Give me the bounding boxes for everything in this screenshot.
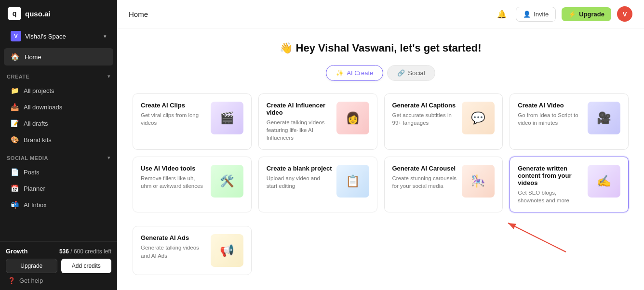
content-area: 👋 Hey Vishal Vaswani, let's get started!… [117,28,644,290]
inbox-icon: 📬 [11,201,19,209]
card-blank-project[interactable]: Create a blank project Upload any video … [258,157,377,212]
add-credits-button[interactable]: Add credits [61,259,112,273]
thumb-icon: 🎬 [211,102,243,134]
planner-icon: 📅 [11,185,19,192]
tab-ai-create[interactable]: ✨ AI Create [326,65,383,81]
tabs-row: ✨ AI Create 🔗 Social [133,65,629,81]
thumb-icon: 🎥 [588,102,620,134]
credits-total: 600 [74,248,83,255]
card-text: Generate AI Carousel Create stunning car… [392,165,462,204]
thumb-icon: 🛠️ [211,165,243,198]
card-title: Generate AI Captions [392,102,458,109]
card-desc: Create stunning carousels for your socia… [392,174,458,190]
tab-social-label: Social [408,69,425,77]
thumb-icon: ✍️ [588,165,620,198]
thumb-icon: 📋 [336,165,369,198]
user-avatar[interactable]: V [617,6,632,22]
workspace-name: Vishal's Space [25,33,66,40]
tab-social[interactable]: 🔗 Social [387,65,435,81]
page-title: Home [129,10,148,18]
card-desc: Generate talking videos featuring life-l… [267,119,333,142]
thumb-icon: 💬 [462,102,495,134]
card-thumbnail: 📢 [211,234,243,267]
card-ai-video-tools[interactable]: Use AI Video tools Remove fillers like u… [133,157,252,212]
invite-label: Invite [534,11,549,18]
thumb-icon: 📢 [211,234,243,267]
sidebar-get-help[interactable]: ❓ Get help [6,273,111,284]
logo-text: quso.ai [25,10,51,18]
topbar: Home 🔔 👤 Invite ⚡ Upgrade V [117,0,644,28]
download-icon: 📥 [11,103,19,111]
card-create-ai-video[interactable]: Create AI Video Go from Idea to Script t… [510,93,629,150]
social-section-chevron[interactable]: ▾ [107,155,110,161]
topbar-right: 🔔 👤 Invite ⚡ Upgrade V [494,6,632,22]
card-thumbnail: 🎠 [462,165,495,198]
chevron-down-icon: ▾ [104,33,107,40]
sidebar-item-home[interactable]: 🏠 Home [4,48,113,66]
sidebar-item-label: Planner [24,185,45,192]
card-generate-written-content[interactable]: Generate written content from your video… [510,157,629,212]
folder-icon: 📁 [11,87,19,94]
sidebar-bottom: Growth 536 / 600 credits left Upgrade Ad… [0,241,117,290]
card-title: Generate written content from your video… [518,165,584,186]
sidebar-item-brand-kits[interactable]: 🎨 Brand kits [4,132,113,147]
sidebar-item-label: AI Inbox [24,201,47,209]
card-desc: Generate talking videos and AI Ads [141,244,207,259]
card-desc: Get SEO blogs, shownotes and more [518,189,584,204]
card-thumbnail: 👩 [336,102,369,134]
invite-icon: 👤 [523,11,531,18]
page-greeting: 👋 Hey Vishal Vaswani, let's get started! [133,42,629,54]
card-text: Generate written content from your video… [518,165,588,204]
sidebar-item-label: All projects [24,87,54,94]
card-desc: Remove fillers like uh, uhm or awkward s… [141,174,207,190]
credits-count: 536 / 600 credits left [59,248,111,255]
card-text: Create a blank project Upload any video … [267,165,336,204]
sidebar-item-label: All downloads [24,104,62,111]
notification-button[interactable]: 🔔 [494,6,510,22]
posts-icon: 📄 [11,168,19,176]
sidebar-item-posts[interactable]: 📄 Posts [4,164,113,180]
card-text: Create AI Video Go from Idea to Script t… [518,102,588,142]
invite-button[interactable]: 👤 Invite [516,7,556,22]
card-text: Use AI Video tools Remove fillers like u… [141,165,211,204]
topbar-upgrade-button[interactable]: ⚡ Upgrade [562,7,611,21]
workspace-selector[interactable]: V Vishal's Space ▾ [4,27,113,45]
thumb-icon: 👩 [336,102,369,134]
card-ai-carousel[interactable]: Generate AI Carousel Create stunning car… [384,157,503,212]
social-section-title: SOCIAL MEDIA [7,155,48,161]
card-thumbnail: 🛠️ [211,165,243,198]
social-icon: 🔗 [397,69,405,77]
card-desc: Get viral clips from long videos [141,111,207,127]
help-icon: ❓ [8,277,15,284]
upgrade-label: Upgrade [579,11,604,18]
create-section-header: CREATE ▾ [0,66,117,82]
cards-grid: Create AI Clips Get viral clips from lon… [133,93,629,212]
sidebar-item-all-drafts[interactable]: 📝 All drafts [4,116,113,131]
sidebar-item-all-projects[interactable]: 📁 All projects [4,83,113,98]
create-section-title: CREATE [7,74,29,79]
card-title: Generate AI Ads [141,234,207,241]
thumb-icon: 🎠 [462,165,495,198]
upgrade-button[interactable]: Upgrade [6,259,57,273]
credits-label: credits left [85,248,111,255]
sidebar-item-all-downloads[interactable]: 📥 All downloads [4,99,113,115]
card-create-ai-clips[interactable]: Create AI Clips Get viral clips from lon… [133,93,252,150]
card-ai-influencer-video[interactable]: Create AI Influencer video Generate talk… [258,93,377,150]
card-thumbnail: 🎬 [211,102,243,134]
credits-row: Growth 536 / 600 credits left [6,248,111,255]
card-generate-ai-ads[interactable]: Generate AI Ads Generate talking videos … [133,226,252,275]
card-ai-captions[interactable]: Generate AI Captions Get accurate subtit… [384,93,503,150]
card-text: Create AI Influencer video Generate talk… [267,102,336,142]
card-thumbnail: 🎥 [588,102,620,134]
logo-letter: q [13,10,17,17]
sidebar-logo: q quso.ai [0,0,117,27]
lightning-icon: ⚡ [568,11,576,18]
social-section-header: SOCIAL MEDIA ▾ [0,148,117,164]
home-icon: 🏠 [11,53,20,61]
create-section-chevron[interactable]: ▾ [107,73,110,79]
sidebar: q quso.ai V Vishal's Space ▾ 🏠 Home CREA… [0,0,117,290]
card-desc: Upload any video and start editing [267,174,333,190]
sidebar-item-planner[interactable]: 📅 Planner [4,181,113,196]
sidebar-item-ai-inbox[interactable]: 📬 AI Inbox [4,197,113,212]
sidebar-item-label: Brand kits [24,136,52,144]
